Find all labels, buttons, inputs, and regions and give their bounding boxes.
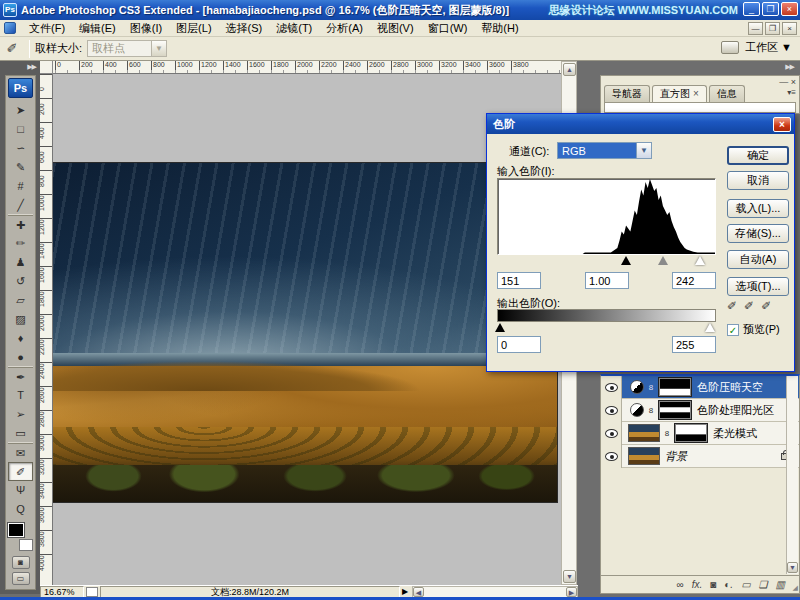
tab-close-icon[interactable]: × [693,88,699,99]
layer-mask-thumbnail[interactable] [675,424,707,442]
history-brush-tool-icon[interactable]: ↺ [8,272,33,291]
eyedropper-options-icon[interactable]: ✐ [0,41,24,56]
zoom-level-field[interactable]: 16.67% [40,586,84,598]
visibility-toggle[interactable] [601,422,622,445]
input-white-field[interactable] [672,272,716,289]
delete-layer-icon[interactable]: ▥ [776,579,785,590]
document-image[interactable] [53,162,558,503]
scroll-up-icon[interactable]: ▲ [563,63,576,76]
new-adjustment-layer-icon[interactable]: ◐. [724,579,733,590]
quick-selection-tool-icon[interactable]: ✎ [8,158,33,177]
gray-point-eyedropper-icon[interactable]: ✐ [744,299,754,313]
crop-tool-icon[interactable]: # [8,177,33,196]
options-button[interactable]: 选项(T)... [727,277,789,296]
close-button[interactable]: × [781,2,798,16]
doc-minimize-button[interactable]: — [748,22,763,35]
save-button[interactable]: 存储(S)... [727,224,789,243]
slice-tool-icon[interactable]: ╱ [8,196,33,215]
menu-item[interactable]: 选择(S) [219,21,270,35]
menu-item[interactable]: 帮助(H) [474,21,525,35]
menu-item[interactable]: 滤镜(T) [269,21,319,35]
input-gamma-slider[interactable] [658,256,668,265]
layer-thumbnail[interactable] [628,424,660,442]
layer-name[interactable]: 柔光模式 [713,426,757,441]
input-gamma-field[interactable] [585,272,629,289]
doc-restore-button[interactable]: ❐ [765,22,780,35]
minimize-button[interactable]: _ [743,2,760,16]
input-black-slider[interactable] [621,256,631,265]
pen-tool-icon[interactable]: ✒ [8,367,33,386]
type-tool-icon[interactable]: T [8,386,33,405]
healing-brush-tool-icon[interactable]: ✚ [8,215,33,234]
marquee-tool-icon[interactable]: □ [8,120,33,139]
input-black-field[interactable] [497,272,541,289]
path-selection-tool-icon[interactable]: ➢ [8,405,33,424]
workspace-menu[interactable]: 工作区 ▼ [721,40,792,55]
visibility-toggle[interactable] [601,399,622,422]
channel-dropdown[interactable]: RGB ▼ [557,142,652,159]
layer-row-softlight[interactable]: 8 柔光模式 [601,422,799,445]
blur-tool-icon[interactable]: ♦ [8,329,33,348]
zoom-tool-icon[interactable]: Q [8,500,33,519]
visibility-toggle[interactable] [601,445,622,468]
preview-checkbox-row[interactable]: ✓ 预览(P) [727,322,780,337]
layers-scrollbar[interactable]: ▼ [786,376,798,574]
menu-item[interactable]: 文件(F) [22,21,72,35]
canvas-area[interactable] [53,74,561,585]
dock-collapse-icon[interactable]: ▶▶ [578,61,800,74]
checkbox-checked-icon[interactable]: ✓ [727,324,739,336]
output-white-slider[interactable] [705,323,715,332]
restore-button[interactable]: ❐ [762,2,779,16]
layer-row-sunlight[interactable]: 8 色阶处理阳光区 [601,399,799,422]
panel-mini-controls[interactable]: — × [779,77,796,87]
menu-item[interactable]: 窗口(W) [421,21,475,35]
layer-mask-thumbnail[interactable] [659,401,691,419]
toolbox-collapse-icon[interactable]: ▶▶ [0,61,40,73]
layer-row-background[interactable]: 背景 [601,445,799,468]
brush-tool-icon[interactable]: ✏ [8,234,33,253]
adjustment-layer-icon[interactable] [630,380,644,394]
menu-item[interactable]: 视图(V) [370,21,421,35]
scroll-left-icon[interactable]: ◀ [413,587,424,597]
output-black-slider[interactable] [495,323,505,332]
tab-navigator[interactable]: 导航器 [604,85,650,102]
black-point-eyedropper-icon[interactable]: ✐ [727,299,737,313]
tab-info[interactable]: 信息 [709,85,745,102]
ok-button[interactable]: 确定 [727,146,789,165]
output-black-field[interactable] [497,336,541,353]
dodge-tool-icon[interactable]: ● [8,348,33,367]
dialog-title-bar[interactable]: 色阶 × [487,114,794,134]
layer-name[interactable]: 色阶压暗天空 [697,380,763,395]
notes-tool-icon[interactable]: ✉ [8,443,33,462]
load-button[interactable]: 载入(L)... [727,199,789,218]
scroll-down-icon[interactable]: ▼ [787,562,798,573]
foreground-color-swatch[interactable] [8,523,24,537]
resize-grip[interactable]: ◢ [793,584,798,592]
scroll-down-icon[interactable]: ▼ [563,570,576,583]
output-white-field[interactable] [672,336,716,353]
background-color-swatch[interactable] [19,539,33,551]
visibility-toggle[interactable] [601,376,622,399]
layer-row-sky[interactable]: 8 色阶压暗天空 [601,376,799,399]
layer-name[interactable]: 背景 [665,449,687,464]
layer-name[interactable]: 色阶处理阳光区 [697,403,774,418]
layer-mask-thumbnail[interactable] [659,378,691,396]
menu-item[interactable]: 编辑(E) [72,21,123,35]
new-group-icon[interactable]: ▭ [741,579,750,590]
eraser-tool-icon[interactable]: ▱ [8,291,33,310]
dialog-close-icon[interactable]: × [773,117,791,132]
clone-stamp-tool-icon[interactable]: ♟ [8,253,33,272]
scroll-right-icon[interactable]: ▶ [566,587,577,597]
auto-button[interactable]: 自动(A) [727,250,789,269]
color-swatches[interactable] [8,523,33,553]
add-layer-mask-icon[interactable]: ◙ [710,579,716,590]
adjustment-layer-icon[interactable] [630,403,644,417]
shape-tool-icon[interactable]: ▭ [8,424,33,443]
layer-style-icon[interactable]: fx. [692,579,703,590]
status-expand-icon[interactable]: ▶ [400,587,410,596]
screen-mode-button[interactable]: ▭ [12,572,30,585]
move-tool-icon[interactable]: ➤ [8,101,33,120]
canvas-horizontal-scrollbar[interactable]: ◀ ▶ [412,586,578,598]
sample-size-dropdown[interactable]: 取样点 ▼ [87,40,167,57]
panel-flyout-icon[interactable]: ▾≡ [787,88,796,97]
